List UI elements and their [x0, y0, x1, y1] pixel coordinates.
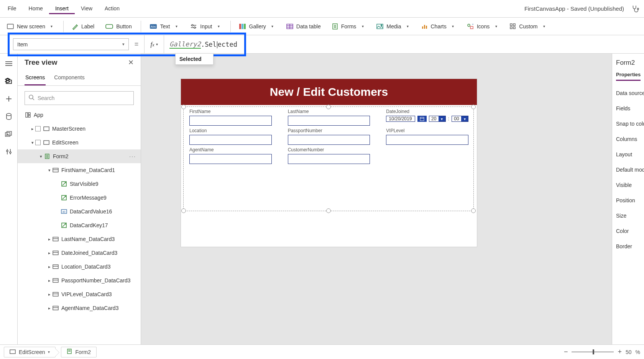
- property-row[interactable]: Position: [616, 197, 640, 203]
- tree-node-label: LastName_DataCard3: [61, 236, 138, 242]
- tree-node[interactable]: ▸Location_DataCard3: [18, 260, 141, 274]
- fx-button[interactable]: fx ▾: [144, 35, 164, 53]
- button-button[interactable]: Button: [101, 21, 136, 32]
- menu-action[interactable]: Action: [99, 3, 126, 14]
- svg-rect-9: [239, 24, 241, 29]
- tree-search-input[interactable]: Search: [25, 91, 134, 105]
- icons-button[interactable]: + Icons ▾: [462, 21, 504, 32]
- resize-handle-nw[interactable]: [181, 105, 186, 109]
- more-icon[interactable]: ···: [129, 153, 138, 159]
- resize-handle-se[interactable]: [471, 208, 476, 213]
- tree-node[interactable]: ErrorMessage9: [18, 191, 141, 205]
- selection-rectangle[interactable]: [183, 107, 474, 211]
- chevron-icon[interactable]: ▸: [30, 126, 35, 131]
- input-button[interactable]: Input ▾: [186, 21, 226, 32]
- chevron-icon[interactable]: ▸: [47, 306, 52, 311]
- menu-insert[interactable]: Insert: [49, 3, 75, 14]
- text-button-label: Text: [160, 23, 170, 30]
- menu-home[interactable]: Home: [23, 3, 49, 14]
- tab-screens[interactable]: Screens: [25, 71, 46, 85]
- property-row[interactable]: Columns: [616, 136, 640, 142]
- tree-node[interactable]: DataCardKey17: [18, 218, 141, 232]
- tree-node[interactable]: ▸MasterScreen: [18, 122, 141, 136]
- text-button[interactable]: Abc Text ▾: [145, 21, 184, 32]
- tree-scroll[interactable]: App ▸MasterScreen▾EditScreen▾Form2···▾Fi…: [18, 108, 141, 344]
- checkbox[interactable]: [35, 140, 41, 145]
- breadcrumb-control[interactable]: Form2: [61, 347, 96, 357]
- resize-handle-n[interactable]: [326, 105, 331, 109]
- tree-view-icon[interactable]: [4, 77, 13, 86]
- resize-handle-sw[interactable]: [181, 208, 186, 213]
- fx-icon: fx: [150, 41, 154, 48]
- tree-node[interactable]: ▾EditScreen: [18, 136, 141, 149]
- media-rail-icon[interactable]: [4, 130, 13, 139]
- chevron-down-icon: ▾: [216, 24, 222, 28]
- tree-node[interactable]: abDataCardValue16: [18, 205, 141, 218]
- checkbox[interactable]: [35, 126, 41, 131]
- property-row[interactable]: Size: [616, 213, 640, 219]
- menu-view[interactable]: View: [75, 3, 99, 14]
- shapes-icon: +: [467, 23, 474, 30]
- property-row[interactable]: Layout: [616, 151, 640, 157]
- equals-sign: =: [129, 35, 144, 53]
- tab-components[interactable]: Components: [53, 71, 85, 85]
- data-icon[interactable]: [4, 112, 13, 121]
- resize-handle-ne[interactable]: [471, 105, 476, 109]
- tree-node[interactable]: ▸VIPLevel_DataCard3: [18, 287, 141, 301]
- new-screen-label: New screen: [17, 23, 45, 30]
- custom-button[interactable]: Custom ▾: [505, 21, 552, 32]
- media-button[interactable]: Media ▾: [372, 21, 415, 32]
- chevron-icon[interactable]: ▸: [47, 251, 52, 256]
- tree-node[interactable]: ▾Form2···: [18, 149, 141, 163]
- new-screen-button[interactable]: New screen ▾: [2, 21, 59, 32]
- chevron-icon[interactable]: ▾: [38, 154, 44, 159]
- tree-node[interactable]: ▸AgentName_DataCard3: [18, 301, 141, 315]
- app-checker-icon[interactable]: [628, 5, 642, 13]
- insert-plus-icon[interactable]: [4, 94, 13, 103]
- canvas-area[interactable]: New / Edit Customers FirstNameLastNameDa…: [141, 54, 612, 344]
- property-row[interactable]: Data source: [616, 90, 640, 96]
- chevron-icon[interactable]: ▸: [47, 292, 52, 297]
- close-icon[interactable]: ✕: [128, 58, 134, 67]
- property-row[interactable]: Visible: [616, 182, 640, 188]
- chevron-icon[interactable]: ▸: [47, 237, 52, 242]
- property-row[interactable]: Fields: [616, 105, 640, 111]
- node-type-icon: [52, 278, 59, 283]
- data-table-button[interactable]: Data table: [282, 21, 326, 32]
- charts-button[interactable]: Charts ▾: [417, 21, 461, 32]
- property-row[interactable]: Default mod: [616, 167, 640, 173]
- tree-node-label: VIPLevel_DataCard3: [61, 291, 138, 297]
- forms-button[interactable]: Forms ▾: [327, 21, 371, 32]
- tree-node[interactable]: ▸DateJoined_DataCard3: [18, 246, 141, 260]
- resize-handle-s[interactable]: [326, 208, 331, 213]
- property-selector[interactable]: Item ▾: [13, 38, 129, 50]
- tree-node[interactable]: ▸LastName_DataCard3: [18, 232, 141, 246]
- label-button[interactable]: Label: [67, 21, 99, 32]
- property-row[interactable]: Color: [616, 228, 640, 234]
- chevron-icon[interactable]: ▸: [47, 278, 52, 283]
- custom-button-label: Custom: [519, 23, 537, 30]
- tree-node-app[interactable]: App: [18, 108, 141, 122]
- chevron-icon[interactable]: ▾: [47, 168, 52, 173]
- tree-node[interactable]: ▸PassportNumber_DataCard3: [18, 274, 141, 287]
- zoom-in-button[interactable]: +: [618, 348, 622, 356]
- breadcrumb-screen[interactable]: EditScreen ▾: [4, 347, 56, 357]
- text-icon: Abc: [150, 24, 157, 29]
- property-row[interactable]: Border: [616, 243, 640, 249]
- hamburger-icon[interactable]: [4, 59, 13, 68]
- formula-autocomplete-popup[interactable]: Selected: [175, 53, 214, 65]
- svg-rect-50: [44, 141, 49, 144]
- formula-input[interactable]: Gallery2.Selected: [164, 35, 644, 53]
- tab-properties[interactable]: Properties: [616, 72, 641, 81]
- tree-node[interactable]: ▾FirstName_DataCard1: [18, 163, 141, 177]
- zoom-out-button[interactable]: −: [564, 348, 568, 356]
- chevron-icon[interactable]: ▸: [47, 264, 52, 269]
- advanced-tools-icon[interactable]: [4, 147, 13, 156]
- chevron-icon[interactable]: ▾: [30, 140, 35, 145]
- zoom-slider[interactable]: [572, 351, 614, 352]
- menu-file[interactable]: File: [2, 3, 23, 14]
- property-row[interactable]: Snap to colu: [616, 121, 640, 127]
- tree-node[interactable]: StarVisible9: [18, 177, 141, 191]
- gallery-button[interactable]: Gallery ▾: [235, 21, 280, 32]
- tree-node-label: StarVisible9: [70, 181, 138, 187]
